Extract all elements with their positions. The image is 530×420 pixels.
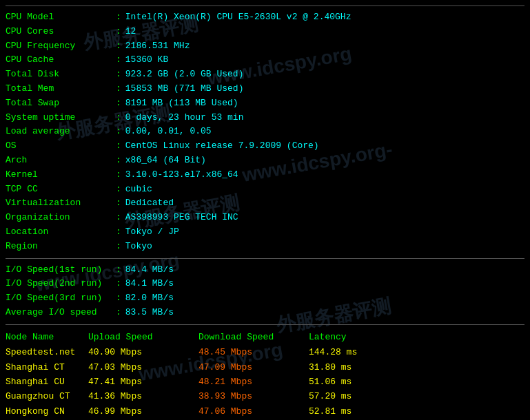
network-data-row: Shanghai CT 47.03 Mbps 47.09 Mbps 31.80 …: [6, 360, 524, 375]
io-label: I/O Speed(1st run): [6, 263, 116, 277]
col-header-node: Node Name: [6, 329, 88, 345]
info-label: Virtualization: [6, 196, 116, 211]
info-colon: :: [116, 82, 121, 96]
info-label: Total Disk: [6, 67, 116, 82]
info-label: Total Swap: [6, 96, 116, 111]
system-info-row: Virtualization : Dedicated: [6, 196, 524, 211]
system-info-row: Location : Tokyo / JP: [6, 225, 524, 240]
io-colon: :: [116, 306, 121, 320]
info-label: Region: [6, 240, 116, 254]
network-latency: 144.28 ms: [309, 345, 391, 359]
network-data-row: Shanghai CU 47.41 Mbps 48.21 Mbps 51.06 …: [6, 375, 524, 389]
io-label: Average I/O speed: [6, 306, 116, 320]
col-header-upload: Upload Speed: [88, 329, 198, 345]
io-colon: :: [116, 291, 121, 306]
io-row: Average I/O speed : 83.5 MB/s: [6, 306, 524, 320]
system-info-row: System uptime : 0 days, 23 hour 53 min: [6, 111, 524, 125]
info-colon: :: [116, 96, 121, 111]
network-download: 47.09 Mbps: [198, 360, 309, 375]
io-label: I/O Speed(3rd run): [6, 291, 116, 306]
network-download: 47.06 Mbps: [198, 404, 309, 419]
io-value: 84.4 MB/s: [125, 263, 174, 277]
info-colon: :: [116, 111, 121, 125]
info-value: AS398993 PEG TECH INC: [125, 211, 238, 225]
info-colon: :: [116, 225, 121, 240]
system-info-row: Total Disk : 923.2 GB (2.0 GB Used): [6, 67, 524, 82]
network-data-row: Speedtest.net 40.90 Mbps 48.45 Mbps 144.…: [6, 345, 524, 359]
info-value: 0.00, 0.01, 0.05: [125, 125, 212, 139]
system-info-row: TCP CC : cubic: [6, 182, 524, 197]
io-row: I/O Speed(1st run) : 84.4 MB/s: [6, 263, 524, 277]
info-value: 2186.531 MHz: [125, 39, 190, 54]
info-colon: :: [116, 10, 121, 25]
info-colon: :: [116, 168, 121, 182]
system-info-row: Load average : 0.00, 0.01, 0.05: [6, 125, 524, 139]
system-info-row: Kernel : 3.10.0-123.el7.x86_64: [6, 168, 524, 182]
info-label: CPU Cache: [6, 53, 116, 67]
info-value: 12: [125, 25, 136, 39]
network-download: 48.45 Mbps: [198, 345, 309, 359]
network-latency: 57.20 ms: [309, 389, 391, 403]
network-node: Guangzhou CT: [6, 389, 88, 403]
mid-divider-2: [6, 324, 524, 325]
system-info-row: CPU Frequency : 2186.531 MHz: [6, 39, 524, 54]
info-colon: :: [116, 240, 121, 254]
main-container: CPU Model : Intel(R) Xeon(R) CPU E5-2630…: [0, 0, 530, 420]
info-value: 8191 MB (113 MB Used): [125, 96, 238, 111]
info-value: 3.10.0-123.el7.x86_64: [125, 168, 238, 182]
network-upload: 46.99 Mbps: [88, 404, 198, 419]
network-upload: 40.90 Mbps: [88, 345, 198, 359]
info-colon: :: [116, 67, 121, 82]
system-info-row: Organization : AS398993 PEG TECH INC: [6, 211, 524, 225]
info-label: Location: [6, 225, 116, 240]
network-upload: 41.36 Mbps: [88, 389, 198, 403]
info-value: Intel(R) Xeon(R) CPU E5-2630L v2 @ 2.40G…: [125, 10, 351, 25]
network-upload: 47.03 Mbps: [88, 360, 198, 375]
info-colon: :: [116, 182, 121, 197]
io-colon: :: [116, 277, 121, 291]
system-info-row: OS : CentOS Linux release 7.9.2009 (Core…: [6, 139, 524, 154]
io-row: I/O Speed(2nd run) : 84.1 MB/s: [6, 277, 524, 291]
info-value: 15360 KB: [125, 53, 168, 67]
info-label: Load average: [6, 125, 116, 139]
info-label: CPU Frequency: [6, 39, 116, 54]
info-value: x86_64 (64 Bit): [125, 154, 206, 168]
info-label: CPU Cores: [6, 25, 116, 39]
info-label: Total Mem: [6, 82, 116, 96]
network-latency: 31.80 ms: [309, 360, 391, 375]
network-data-row: Guangzhou CT 41.36 Mbps 38.93 Mbps 57.20…: [6, 389, 524, 403]
network-section: Node Name Upload Speed Download Speed La…: [6, 328, 524, 420]
info-value: cubic: [125, 182, 152, 197]
network-node: Speedtest.net: [6, 345, 88, 359]
info-colon: :: [116, 154, 121, 168]
info-colon: :: [116, 211, 121, 225]
network-node: Shanghai CT: [6, 360, 88, 375]
info-value: Dedicated: [125, 196, 174, 211]
io-label: I/O Speed(2nd run): [6, 277, 116, 291]
info-value: CentOS Linux release 7.9.2009 (Core): [125, 139, 319, 154]
info-value: 923.2 GB (2.0 GB Used): [125, 67, 244, 82]
info-colon: :: [116, 196, 121, 211]
info-colon: :: [116, 139, 121, 154]
info-label: OS: [6, 139, 116, 154]
system-info-section: CPU Model : Intel(R) Xeon(R) CPU E5-2630…: [6, 9, 524, 255]
network-download: 38.93 Mbps: [198, 389, 309, 403]
info-label: System uptime: [6, 111, 116, 125]
system-info-row: CPU Model : Intel(R) Xeon(R) CPU E5-2630…: [6, 10, 524, 25]
info-label: TCP CC: [6, 182, 116, 197]
info-value: 0 days, 23 hour 53 min: [125, 111, 244, 125]
col-header-latency: Latency: [309, 329, 391, 345]
info-value: Tokyo: [125, 240, 152, 254]
io-value: 83.5 MB/s: [125, 306, 174, 320]
info-value: 15853 MB (771 MB Used): [125, 82, 244, 96]
network-latency: 52.81 ms: [309, 404, 391, 419]
info-label: Kernel: [6, 168, 116, 182]
io-value: 82.0 MB/s: [125, 291, 174, 306]
info-label: Arch: [6, 154, 116, 168]
network-node: Hongkong CN: [6, 404, 88, 419]
system-info-row: Arch : x86_64 (64 Bit): [6, 154, 524, 168]
info-label: CPU Model: [6, 10, 116, 25]
system-info-row: Total Mem : 15853 MB (771 MB Used): [6, 82, 524, 96]
info-colon: :: [116, 53, 121, 67]
info-colon: :: [116, 25, 121, 39]
